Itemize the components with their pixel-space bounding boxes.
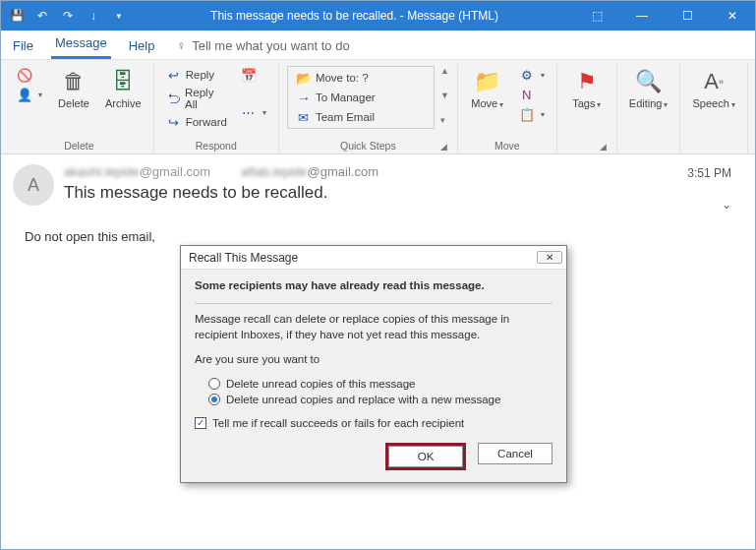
to-local: aftab.lepide [241,164,307,179]
meeting-button[interactable]: 📅 [237,66,270,84]
rules-icon: ⚙ [519,67,535,83]
speech-button[interactable]: A» Speech▾ [688,66,738,111]
group-quicksteps: 📂Move to: ? →To Manager ✉Team Email ▲ ▼ … [279,64,458,153]
redo-icon[interactable]: ↷ [60,8,76,24]
reply-icon: ↩ [166,67,182,83]
rules-button[interactable]: ⚙▾ [515,66,549,84]
quicksteps-gallery[interactable]: 📂Move to: ? →To Manager ✉Team Email [287,66,435,129]
tab-help[interactable]: Help [125,32,159,59]
recall-dialog: Recall This Message ✕ Some recipients ma… [180,245,567,483]
collapse-header-icon[interactable]: ⌄ [722,198,731,212]
junk-icon: 👤 [17,87,32,102]
dialog-close-button[interactable]: ✕ [537,251,562,264]
read-aloud-icon: A» [700,68,727,95]
dialog-divider [195,303,552,304]
meeting-icon: 📅 [241,67,257,83]
group-speech: A» Speech▾ [680,64,747,153]
group-respond-label: Respond [162,140,270,153]
window-up-icon[interactable]: ⬚ [574,1,619,31]
reply-all-icon: ⮌ [166,91,181,106]
forward-icon: ↪ [166,114,182,130]
undo-icon[interactable]: ↶ [34,8,50,24]
archive-icon: 🗄 [109,68,137,95]
dialog-titlebar: Recall This Message ✕ [181,246,566,270]
group-delete-label: Delete [13,140,145,153]
to-manager-icon: → [296,90,312,105]
move-button[interactable]: 📁 Move▾ [466,66,509,111]
lightbulb-icon: ♀ [176,38,186,53]
radio-icon [208,378,220,390]
quicksteps-launcher-icon[interactable]: ◢ [440,142,447,152]
tell-me-label: Tell me what you want to do [192,38,349,53]
forward-button[interactable]: ↪Forward [162,113,231,131]
gallery-more-icon[interactable]: ▾ [440,115,449,125]
dialog-title: Recall This Message [189,251,298,265]
team-email-icon: ✉ [296,109,312,125]
radio-delete-replace[interactable]: Delete unread copies and replace with a … [208,394,552,405]
group-tags: ⚑ Tags▾ ◢ [557,64,617,153]
reply-all-button[interactable]: ⮌Reply All [162,86,231,111]
dialog-heading: Some recipients may have already read th… [195,279,552,291]
ignore-button[interactable]: 🚫 [13,66,46,84]
maximize-icon[interactable]: ☐ [665,1,710,31]
group-editing-label [625,140,672,153]
message-time: 3:51 PM [687,166,731,180]
close-icon[interactable]: ✕ [710,1,755,31]
tags-launcher-icon[interactable]: ◢ [600,142,607,152]
tell-me-search[interactable]: ♀ Tell me what you want to do [172,32,353,59]
reply-button[interactable]: ↩Reply [162,66,231,84]
ribbon-tabs: File Message Help ♀ Tell me what you wan… [1,31,755,60]
save-icon[interactable]: 💾 [9,8,25,24]
move-folder-icon: 📁 [474,68,501,95]
qs-tomanager[interactable]: →To Manager [292,89,430,106]
group-respond: ↩Reply ⮌Reply All ↪Forward 📅 ⋯▾ Respond [154,64,279,153]
ok-highlight: OK [385,443,466,470]
flag-icon: ⚑ [573,68,601,95]
editing-icon: 🔍 [635,68,663,95]
gallery-down-icon[interactable]: ▼ [440,91,449,100]
radio-delete-copies[interactable]: Delete unread copies of this message [208,378,552,390]
dialog-description: Message recall can delete or replace cop… [195,312,552,342]
actions-icon: 📋 [519,106,535,122]
radio-selected-icon [208,394,220,405]
title-bar: 💾 ↶ ↷ ↓ ▼ This message needs to be recal… [1,1,755,31]
checkbox-tell-me[interactable]: ✓ Tell me if recall succeeds or fails fo… [195,417,552,429]
tab-file[interactable]: File [9,32,37,59]
ok-button[interactable]: OK [388,446,463,467]
group-move: 📁 Move▾ ⚙▾ N 📋▾ Move [458,64,557,153]
junk-button[interactable]: 👤▾ [13,86,46,103]
down-icon[interactable]: ↓ [86,8,101,24]
message-header: A akasht.lepide@gmail.com aftab.lepide@g… [1,154,755,212]
to-domain: @gmail.com [308,164,378,179]
from-local: akasht.lepide [64,164,140,179]
group-tags-label: ◢ [565,140,609,153]
group-speech-label [688,140,738,153]
qs-teamemail[interactable]: ✉Team Email [292,108,430,126]
onenote-icon: N [519,87,535,102]
window-title: This message needs to be recalled. - Mes… [135,9,574,23]
gallery-up-icon[interactable]: ▲ [440,66,449,76]
qs-moveto[interactable]: 📂Move to: ? [292,69,430,87]
ignore-icon: 🚫 [17,67,32,83]
group-move-label: Move [466,140,549,153]
delete-button[interactable]: 🗑 Delete [52,66,95,111]
ribbon: 🚫 👤▾ 🗑 Delete 🗄 Archive Delete ↩Reply ⮌R… [1,60,755,154]
tab-message[interactable]: Message [51,30,111,59]
message-subject: This message needs to be recalled. [64,183,735,203]
avatar: A [13,164,54,206]
trash-icon: 🗑 [60,68,87,95]
qat-dropdown-icon[interactable]: ▼ [111,8,127,24]
actions-button[interactable]: 📋▾ [515,105,549,123]
tags-button[interactable]: ⚑ Tags▾ [565,66,609,111]
cancel-button[interactable]: Cancel [478,443,552,464]
onenote-button[interactable]: N [515,86,549,103]
from-line: akasht.lepide@gmail.com aftab.lepide@gma… [64,164,735,179]
more-respond-button[interactable]: ⋯▾ [237,103,270,121]
editing-button[interactable]: 🔍 Editing▾ [625,66,672,111]
group-editing: 🔍 Editing▾ [617,64,681,153]
minimize-icon[interactable]: — [619,1,665,31]
group-delete: 🚫 👤▾ 🗑 Delete 🗄 Archive Delete [5,64,154,153]
archive-button[interactable]: 🗄 Archive [101,66,145,111]
group-quicksteps-label: Quick Steps◢ [287,140,449,153]
checkbox-checked-icon: ✓ [195,417,206,429]
